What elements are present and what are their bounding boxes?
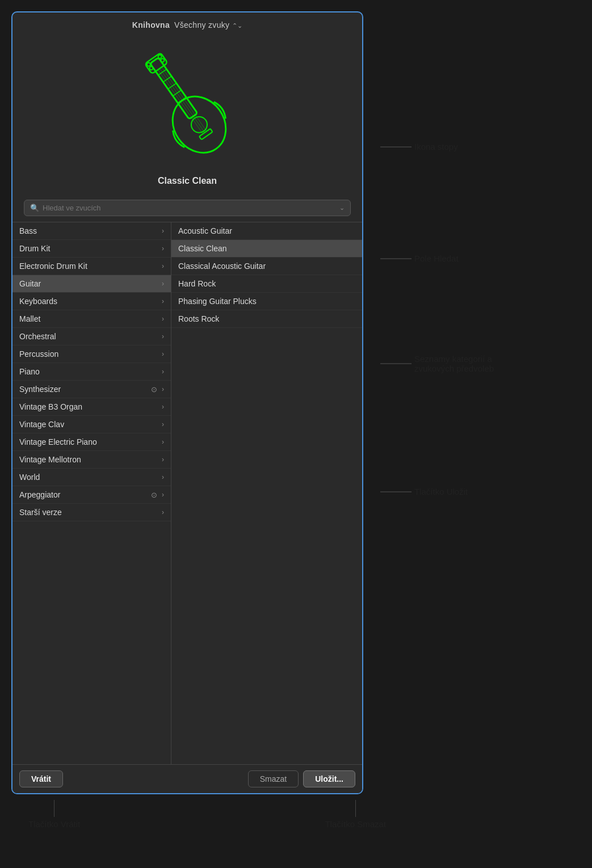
category-item[interactable]: Vintage B3 Organ› [12, 398, 171, 416]
preset-label: Classical Acoustic Guitar [178, 262, 266, 271]
category-item[interactable]: Vintage Electric Piano› [12, 433, 171, 451]
track-name: Classic Clean [158, 176, 217, 186]
revert-button[interactable]: Vrátit [19, 770, 63, 787]
preset-item[interactable]: Roots Rock [171, 310, 362, 328]
track-icon [125, 39, 250, 175]
annotation-track-icon: Ikona stopy [380, 142, 579, 151]
chevron-right-icon: › [162, 508, 164, 516]
category-item[interactable]: Arpeggiator⊙› [12, 486, 171, 504]
search-icon: 🔍 [30, 204, 39, 212]
annotation-save-button: Tlačítko Uložit [380, 487, 579, 496]
annotation-delete-button: Tlačítko Smazat [325, 800, 386, 829]
chevron-right-icon: › [162, 368, 164, 376]
presets-column: Acoustic GuitarClassic CleanClassical Ac… [171, 222, 362, 764]
annotation-delete-label: Tlačítko Smazat [325, 819, 386, 829]
annotation-search-field-label: Pole Hledat [414, 254, 459, 263]
category-label: Keyboards [19, 297, 159, 306]
svg-line-16 [162, 68, 207, 131]
annotation-category-list-label: Seznamy kategorií a zvukových předvoleb [414, 354, 494, 373]
category-label: Vintage Electric Piano [19, 437, 159, 446]
category-label: Percussion [19, 349, 159, 359]
category-item[interactable]: Synthesizer⊙› [12, 381, 171, 398]
preset-item[interactable]: Classical Acoustic Guitar [171, 258, 362, 275]
chevron-right-icon: › [162, 385, 164, 393]
annotation-revert-line [54, 800, 54, 817]
svg-line-15 [158, 70, 203, 134]
delete-button[interactable]: Smazat [248, 770, 299, 787]
category-item[interactable]: Mallet› [12, 310, 171, 328]
category-item[interactable]: Vintage Mellotron› [12, 451, 171, 469]
annotation-search-field: Pole Hledat [380, 254, 579, 263]
category-item[interactable]: Vintage Clav› [12, 416, 171, 433]
panel-header: Knihovna Všechny zvuky ⌃⌄ [12, 12, 362, 33]
chevron-right-icon: › [162, 297, 164, 305]
preset-item[interactable]: Hard Rock [171, 275, 362, 293]
search-dropdown-icon[interactable]: ⌄ [339, 204, 345, 212]
category-label: Bass [19, 226, 159, 235]
chevron-right-icon: › [162, 403, 164, 411]
category-label: Vintage Mellotron [19, 455, 159, 464]
preset-item[interactable]: Phasing Guitar Plucks [171, 293, 362, 310]
library-title: Knihovna [132, 20, 170, 30]
category-label: Piano [19, 367, 159, 376]
chevron-right-icon: › [162, 350, 164, 358]
categories-column: Bass›Drum Kit›Electronic Drum Kit›Guitar… [12, 222, 171, 764]
category-item[interactable]: Bass› [12, 222, 171, 240]
category-label: Mallet [19, 314, 159, 323]
category-label: Starší verze [19, 508, 159, 517]
category-label: Electronic Drum Kit [19, 262, 159, 271]
category-item[interactable]: Drum Kit› [12, 240, 171, 258]
preset-label: Phasing Guitar Plucks [178, 297, 257, 306]
category-item[interactable]: Starší verze› [12, 504, 171, 521]
annotation-delete-line [355, 800, 356, 817]
annotation-category-list: Seznamy kategorií a zvukových předvoleb [380, 354, 579, 373]
category-item[interactable]: Guitar› [12, 275, 171, 293]
category-label: World [19, 473, 159, 482]
chevron-right-icon: › [162, 280, 164, 288]
save-button[interactable]: Uložit... [303, 770, 355, 787]
category-label: Synthesizer [19, 385, 151, 394]
annotation-track-icon-label: Ikona stopy [414, 142, 458, 151]
preset-item[interactable]: Classic Clean [171, 240, 362, 258]
list-area: Bass›Drum Kit›Electronic Drum Kit›Guitar… [12, 222, 362, 764]
library-panel: Knihovna Všechny zvuky ⌃⌄ [11, 11, 363, 794]
sounds-dropdown[interactable]: Všechny zvuky ⌃⌄ [174, 20, 242, 30]
chevron-right-icon: › [162, 227, 164, 235]
category-item[interactable]: Piano› [12, 363, 171, 381]
chevron-right-icon: › [162, 420, 164, 428]
category-label: Vintage Clav [19, 420, 159, 429]
category-label: Orchestral [19, 332, 159, 341]
search-input[interactable] [43, 204, 336, 212]
category-item[interactable]: Electronic Drum Kit› [12, 258, 171, 275]
category-item[interactable]: Orchestral› [12, 328, 171, 345]
category-item[interactable]: World› [12, 469, 171, 486]
chevron-right-icon: › [162, 262, 164, 270]
chevron-right-icon: › [162, 315, 164, 323]
category-item[interactable]: Percussion› [12, 345, 171, 363]
chevron-right-icon: › [162, 456, 164, 464]
annotation-save-button-label: Tlačítko Uložit [414, 487, 468, 496]
category-label: Arpeggiator [19, 490, 151, 499]
chevron-right-icon: › [162, 473, 164, 481]
preset-item[interactable]: Acoustic Guitar [171, 222, 362, 240]
category-label: Vintage B3 Organ [19, 402, 159, 411]
download-icon: ⊙ [151, 491, 157, 499]
category-label: Guitar [19, 279, 159, 288]
sounds-label: Všechny zvuky [174, 20, 229, 30]
preset-label: Hard Rock [178, 279, 216, 288]
svg-line-14 [160, 69, 205, 132]
panel-footer: Vrátit Smazat Uložit... [12, 764, 362, 793]
guitar-area: Classic Clean [12, 33, 362, 196]
category-label: Drum Kit [19, 244, 159, 253]
chevron-right-icon: › [162, 245, 164, 252]
bottom-annotations: Tlačítko Vrátit Tlačítko Smazat [11, 800, 386, 829]
chevron-right-icon: › [162, 438, 164, 446]
chevron-right-icon: › [162, 332, 164, 340]
chevron-right-icon: › [162, 491, 164, 499]
category-item[interactable]: Keyboards› [12, 293, 171, 310]
preset-label: Roots Rock [178, 314, 219, 323]
search-bar[interactable]: 🔍 ⌄ [24, 200, 351, 216]
preset-label: Classic Clean [178, 244, 227, 253]
annotations-panel: Ikona stopy Pole Hledat Seznamy kategori… [363, 11, 579, 513]
annotation-revert-button: Tlačítko Vrátit [28, 800, 80, 829]
